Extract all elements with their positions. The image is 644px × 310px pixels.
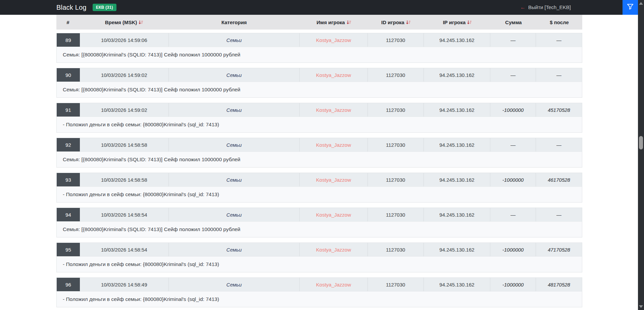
log-entry-message: - Положил деньги в сейф семьи: {800080}K…	[57, 186, 582, 202]
row-sum: —	[490, 208, 536, 221]
row-player-id: 1127030	[368, 103, 424, 117]
log-entry-message: Семья: [{800080}Kriminal's (SQLID: 7413)…	[57, 221, 582, 237]
row-player-id: 1127030	[368, 208, 424, 221]
row-after: 47170528	[536, 243, 582, 256]
top-bar: Black Log ЕКВ (31) ←Выйти [Tech_EKB]	[0, 0, 638, 15]
row-time: 10/03/2026 14:58:58	[80, 173, 169, 186]
row-ip: 94.245.130.162	[424, 173, 491, 186]
log-entry-message: Семья: [{800080}Kriminal's (SQLID: 7413)…	[57, 47, 582, 62]
logout-link[interactable]: ←Выйти [Tech_EKB]	[520, 4, 571, 10]
column-header-number: #	[56, 15, 80, 30]
row-player-name[interactable]: Kostya_Jazzow	[300, 68, 368, 82]
row-number: 95	[57, 243, 80, 256]
row-sum: -1000000	[490, 278, 536, 291]
log-entry: 95 10/03/2026 14:58:54 Семьи Kostya_Jazz…	[56, 242, 582, 272]
row-player-id: 1127030	[368, 68, 424, 82]
row-after: 45170528	[536, 103, 582, 117]
sort-descending-icon[interactable]	[139, 20, 143, 25]
row-category: Семьи	[169, 138, 300, 151]
row-player-id: 1127030	[368, 173, 424, 186]
row-ip: 94.245.130.162	[424, 243, 491, 256]
row-after: —	[536, 208, 582, 221]
triangle-down-icon[interactable]	[639, 305, 643, 308]
row-player-name[interactable]: Kostya_Jazzow	[300, 208, 368, 221]
row-time: 10/03/2026 14:58:49	[80, 278, 169, 291]
row-sum: —	[490, 138, 536, 151]
log-entry-main-row: 90 10/03/2026 14:59:02 Семьи Kostya_Jazz…	[57, 68, 582, 82]
row-sum: -1000000	[490, 243, 536, 256]
row-time: 10/03/2026 14:58:54	[80, 208, 169, 221]
row-player-name[interactable]: Kostya_Jazzow	[300, 138, 368, 151]
row-ip: 94.245.130.162	[424, 103, 491, 117]
log-entry-main-row: 89 10/03/2026 14:59:06 Семьи Kostya_Jazz…	[57, 33, 582, 47]
row-after: —	[536, 33, 582, 47]
page-title: Black Log	[56, 4, 87, 11]
log-entry: 93 10/03/2026 14:58:58 Семьи Kostya_Jazz…	[56, 173, 582, 203]
row-player-id: 1127030	[368, 243, 424, 256]
row-number: 90	[57, 68, 80, 82]
vertical-scrollbar[interactable]	[638, 0, 644, 310]
triangle-up-icon[interactable]	[639, 2, 643, 5]
row-category: Семьи	[169, 243, 300, 256]
row-player-name[interactable]: Kostya_Jazzow	[300, 33, 368, 47]
row-after: 46170528	[536, 173, 582, 186]
row-after: —	[536, 68, 582, 82]
row-category: Семьи	[169, 278, 300, 291]
log-entry: 90 10/03/2026 14:59:02 Семьи Kostya_Jazz…	[56, 68, 582, 98]
row-number: 93	[57, 173, 80, 186]
logout-label: Выйти [Tech_EKB]	[528, 4, 571, 10]
log-entry-main-row: 94 10/03/2026 14:58:54 Семьи Kostya_Jazz…	[57, 208, 582, 221]
row-player-id: 1127030	[368, 33, 424, 47]
log-entry-main-row: 96 10/03/2026 14:58:49 Семьи Kostya_Jazz…	[57, 278, 582, 291]
row-sum: —	[490, 33, 536, 47]
log-entry-message: Семья: [{800080}Kriminal's (SQLID: 7413)…	[57, 151, 582, 167]
row-number: 92	[57, 138, 80, 151]
funnel-icon	[627, 3, 634, 12]
row-sum: —	[490, 68, 536, 82]
column-header-player-name[interactable]: Имя игрока	[300, 15, 368, 30]
row-sum: -1000000	[490, 173, 536, 186]
row-player-name[interactable]: Kostya_Jazzow	[300, 173, 368, 186]
log-entry-message: - Положил деньги в сейф семьи: {800080}K…	[57, 291, 582, 307]
row-number: 96	[57, 278, 80, 291]
row-after: 48170528	[536, 278, 582, 291]
log-entry-main-row: 91 10/03/2026 14:59:02 Семьи Kostya_Jazz…	[57, 103, 582, 117]
filter-button[interactable]	[623, 0, 638, 15]
row-player-id: 1127030	[368, 278, 424, 291]
row-number: 94	[57, 208, 80, 221]
row-category: Семьи	[169, 208, 300, 221]
row-number: 91	[57, 103, 80, 117]
column-header-time[interactable]: Время (MSK)	[80, 15, 168, 30]
log-entry: 94 10/03/2026 14:58:54 Семьи Kostya_Jazz…	[56, 208, 582, 237]
row-ip: 94.245.130.162	[424, 278, 491, 291]
column-header-sum: Сумма	[491, 15, 536, 30]
back-arrow-icon: ←	[520, 4, 526, 10]
log-entry: 92 10/03/2026 14:58:58 Семьи Kostya_Jazz…	[56, 138, 582, 168]
region-badge: ЕКВ (31)	[93, 4, 116, 11]
row-category: Семьи	[169, 68, 300, 82]
scrollbar-thumb[interactable]	[639, 136, 643, 149]
row-player-name[interactable]: Kostya_Jazzow	[300, 243, 368, 256]
row-category: Семьи	[169, 103, 300, 117]
row-player-name[interactable]: Kostya_Jazzow	[300, 103, 368, 117]
row-player-id: 1127030	[368, 138, 424, 151]
sort-descending-icon[interactable]	[347, 20, 351, 25]
row-player-name[interactable]: Kostya_Jazzow	[300, 278, 368, 291]
log-entry-message: - Положил деньги в сейф семьи: {800080}K…	[57, 117, 582, 132]
log-entry: 89 10/03/2026 14:59:06 Семьи Kostya_Jazz…	[56, 33, 582, 63]
column-header-after: $ после	[536, 15, 582, 30]
row-sum: -1000000	[490, 103, 536, 117]
row-time: 10/03/2026 14:58:54	[80, 243, 169, 256]
column-header-player-id[interactable]: ID игрока	[368, 15, 424, 30]
row-time: 10/03/2026 14:59:02	[80, 68, 169, 82]
log-entry-message: Семья: [{800080}Kriminal's (SQLID: 7413)…	[57, 82, 582, 97]
row-time: 10/03/2026 14:59:06	[80, 33, 169, 47]
row-ip: 94.245.130.162	[424, 68, 491, 82]
sort-descending-icon[interactable]	[467, 20, 472, 25]
log-entry-main-row: 95 10/03/2026 14:58:54 Семьи Kostya_Jazz…	[57, 243, 582, 256]
sort-descending-icon[interactable]	[406, 20, 410, 25]
table-header-row: # Время (MSK) Категория Имя игрока	[56, 15, 582, 30]
row-category: Семьи	[169, 173, 300, 186]
log-entry: 96 10/03/2026 14:58:49 Семьи Kostya_Jazz…	[56, 277, 582, 307]
column-header-ip[interactable]: IP игрока	[424, 15, 491, 30]
